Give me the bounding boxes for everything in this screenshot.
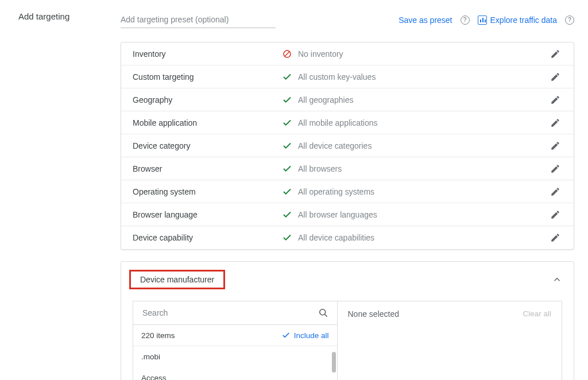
picker-selected: None selected Clear all xyxy=(338,301,562,380)
edit-icon[interactable] xyxy=(548,93,562,107)
check-icon xyxy=(282,164,292,174)
expanded-title: Device manufacturer xyxy=(140,275,214,284)
check-icon xyxy=(282,141,292,151)
row-status-text: All device categories xyxy=(298,141,372,150)
explore-traffic-link[interactable]: Explore traffic data xyxy=(478,15,557,25)
check-icon xyxy=(282,187,292,197)
edit-icon[interactable] xyxy=(548,231,562,245)
targeting-row: InventoryNo inventory xyxy=(121,42,574,65)
row-status: No inventory xyxy=(282,49,548,59)
row-label: Browser xyxy=(133,164,282,173)
search-icon[interactable] xyxy=(318,307,329,319)
item-count: 220 items xyxy=(141,331,175,340)
help-icon-explore[interactable]: ? xyxy=(565,15,574,25)
row-status-text: All operating systems xyxy=(298,187,374,196)
row-status: All device categories xyxy=(282,141,548,151)
edit-icon[interactable] xyxy=(548,139,562,153)
targeting-row: Operating systemAll operating systems xyxy=(121,180,574,203)
row-status-text: No inventory xyxy=(298,49,343,59)
highlight-annotation: Device manufacturer xyxy=(129,270,225,289)
list-item[interactable]: .mobi xyxy=(133,346,337,367)
explore-traffic-label: Explore traffic data xyxy=(490,15,557,25)
edit-icon[interactable] xyxy=(548,70,562,84)
edit-icon[interactable] xyxy=(548,185,562,199)
help-icon-save-preset[interactable]: ? xyxy=(461,15,470,25)
row-label: Mobile application xyxy=(133,118,282,127)
picker-available: 220 items Include all .mobiAccess xyxy=(133,301,338,380)
row-status-text: All geographies xyxy=(298,95,354,104)
chevron-up-icon[interactable] xyxy=(552,274,562,285)
include-all-link[interactable]: Include all xyxy=(281,331,329,340)
check-icon xyxy=(282,118,292,128)
targeting-row: Custom targetingAll custom key-values xyxy=(121,65,574,88)
preset-input[interactable] xyxy=(121,11,276,28)
row-status: All browser languages xyxy=(282,210,548,220)
row-label: Inventory xyxy=(133,49,282,59)
list-item[interactable]: Access xyxy=(133,367,337,380)
row-label: Geography xyxy=(133,95,282,104)
edit-icon[interactable] xyxy=(548,208,562,222)
row-label: Custom targeting xyxy=(133,72,282,82)
row-label: Device category xyxy=(133,141,282,150)
row-status-text: All custom key-values xyxy=(298,72,376,82)
check-icon xyxy=(282,72,292,82)
targeting-summary-card: InventoryNo inventoryCustom targetingAll… xyxy=(121,42,574,250)
check-icon xyxy=(282,210,292,220)
search-input[interactable] xyxy=(141,308,318,318)
row-label: Browser language xyxy=(133,210,282,219)
save-preset-link[interactable]: Save as preset xyxy=(399,15,452,25)
targeting-row: GeographyAll geographies xyxy=(121,88,574,111)
targeting-row: BrowserAll browsers xyxy=(121,157,574,180)
svg-line-3 xyxy=(324,315,327,317)
row-status-text: All mobile applications xyxy=(298,118,378,127)
targeting-row: Browser languageAll browser languages xyxy=(121,203,574,226)
check-icon xyxy=(282,95,292,105)
check-icon xyxy=(282,232,292,243)
include-all-label: Include all xyxy=(294,331,329,340)
row-status: All geographies xyxy=(282,95,548,105)
row-status: All custom key-values xyxy=(282,72,548,82)
none-selected-text: None selected xyxy=(348,309,400,319)
edit-icon[interactable] xyxy=(548,116,562,130)
edit-icon[interactable] xyxy=(548,162,562,176)
clear-all-link[interactable]: Clear all xyxy=(523,309,551,318)
row-status-text: All browser languages xyxy=(298,210,377,219)
no-entry-icon xyxy=(282,49,292,59)
targeting-row: Device categoryAll device categories xyxy=(121,134,574,157)
row-status: All mobile applications xyxy=(282,118,548,128)
row-status: All device capabilities xyxy=(282,232,548,243)
chart-icon xyxy=(478,15,487,25)
row-status-text: All browsers xyxy=(298,164,342,173)
row-status: All browsers xyxy=(282,164,548,174)
row-label: Operating system xyxy=(133,187,282,196)
targeting-row: Mobile applicationAll mobile application… xyxy=(121,111,574,134)
svg-point-2 xyxy=(319,309,325,315)
targeting-row: Device capabilityAll device capabilities xyxy=(121,226,574,249)
top-controls: Save as preset ? Explore traffic data ? xyxy=(121,11,574,28)
row-status: All operating systems xyxy=(282,187,548,197)
check-icon xyxy=(281,331,291,340)
page-title: Add targeting xyxy=(18,11,121,21)
svg-line-1 xyxy=(285,51,290,56)
device-manufacturer-panel: Device manufacturer 220 items xyxy=(121,261,574,380)
edit-icon[interactable] xyxy=(548,47,562,61)
row-status-text: All device capabilities xyxy=(298,233,374,242)
row-label: Device capability xyxy=(133,233,282,242)
scrollbar[interactable] xyxy=(332,352,336,373)
